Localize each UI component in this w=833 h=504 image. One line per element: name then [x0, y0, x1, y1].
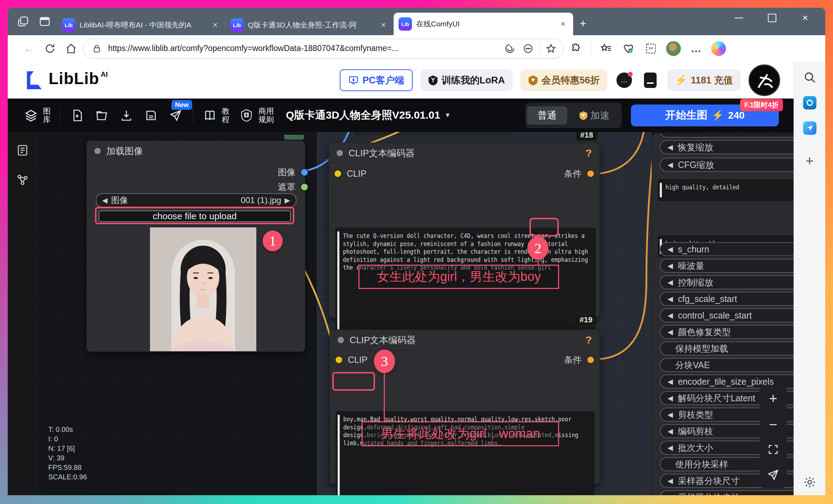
user-avatar[interactable]: [749, 64, 780, 96]
fit-view-button[interactable]: [767, 443, 779, 457]
minimize-button[interactable]: [722, 8, 756, 28]
settings-more-icon[interactable]: …: [686, 39, 706, 58]
collapse-dot-icon[interactable]: [337, 150, 343, 156]
widget-pill[interactable]: ◀噪波量: [660, 259, 794, 273]
decrement-arrow-icon[interactable]: ◀: [668, 443, 673, 452]
decrement-arrow-icon[interactable]: ◀: [668, 245, 673, 253]
pc-client-button[interactable]: PC客户端: [340, 69, 413, 91]
new-tab-button[interactable]: +: [580, 17, 587, 30]
widget-pill[interactable]: ◀恢复缩放: [660, 140, 794, 154]
collapse-dot-icon[interactable]: [94, 148, 101, 154]
decrement-arrow-icon[interactable]: ◀: [668, 262, 673, 270]
documents-button[interactable]: [641, 71, 659, 89]
comfyui-canvas[interactable]: 加载图像 图像 遮罩 ◀ 图像 001 (1: [8, 132, 794, 495]
copilot-icon[interactable]: [709, 39, 728, 58]
generate-button[interactable]: 开始生图 ⚡ 240 F.1限时4折: [631, 105, 779, 126]
widget-pill[interactable]: ◀cfg_scale_start: [660, 292, 794, 306]
recharge-button[interactable]: ⚡ 1181 充值: [667, 69, 741, 91]
decrement-arrow-icon[interactable]: ◀: [668, 278, 673, 286]
clip-input-dot[interactable]: [335, 356, 343, 364]
gallery-button[interactable]: 图库: [23, 107, 51, 124]
sidebar-search-icon[interactable]: [803, 71, 816, 84]
queue-icon[interactable]: [16, 144, 29, 157]
save-icon[interactable]: [143, 108, 159, 123]
mode-fast-tab[interactable]: 加速: [569, 106, 620, 125]
publish-icon[interactable]: New: [168, 108, 183, 123]
mask-output-dot[interactable]: [300, 183, 308, 191]
widget-pill[interactable]: ◀s_churn: [660, 242, 794, 256]
widget-pill[interactable]: ◀采样器分块步长: [660, 490, 794, 495]
widget-pill[interactable]: ◀CFG缩放: [660, 158, 794, 172]
zoom-in-button[interactable]: +: [769, 391, 777, 405]
open-folder-icon[interactable]: [94, 108, 109, 123]
liblib-logo[interactable]: LibLib AI: [25, 69, 108, 92]
help-icon[interactable]: ?: [585, 147, 592, 159]
decrement-arrow-icon[interactable]: ◀: [668, 143, 673, 151]
close-tab-icon[interactable]: ×: [211, 20, 220, 30]
settings-gear-icon[interactable]: [803, 475, 816, 489]
mode-normal-tab[interactable]: 普通: [527, 106, 567, 125]
sidebar-app-icon[interactable]: [803, 121, 816, 135]
decrement-arrow-icon[interactable]: ◀: [668, 410, 673, 419]
new-workflow-icon[interactable]: [69, 108, 85, 123]
collapse-dot-icon[interactable]: [338, 337, 344, 343]
download-icon[interactable]: [119, 108, 134, 123]
help-icon[interactable]: ?: [585, 334, 592, 346]
train-lora-button[interactable]: 训练我的LoRA: [420, 69, 513, 91]
favorites-icon[interactable]: [596, 39, 616, 58]
tutorial-button[interactable]: 教程: [202, 107, 230, 124]
decrement-arrow-icon[interactable]: ◀: [668, 394, 673, 402]
page-actions-icon[interactable]: [503, 42, 517, 56]
messages-button[interactable]: …: [615, 71, 633, 89]
decrement-arrow-icon[interactable]: ◀: [668, 377, 673, 386]
workflow-title-dropdown[interactable]: Q版卡通3D人物全身照V25.01.01 ▼: [286, 108, 451, 122]
image-select-widget[interactable]: ◀ 图像 001 (1).jpg ▶: [96, 193, 296, 207]
widget-pill[interactable]: ◀control_scale_start: [660, 308, 794, 322]
widget-pill[interactable]: ◀控制缩放: [660, 275, 794, 289]
share-button[interactable]: [767, 469, 779, 482]
next-arrow-icon[interactable]: ▶: [285, 196, 290, 204]
decrement-arrow-icon[interactable]: ◀: [668, 493, 673, 495]
conditioning-output-dot[interactable]: [587, 356, 595, 364]
node-map-icon[interactable]: [16, 174, 29, 186]
commercial-rules-button[interactable]: 商用规则: [239, 107, 274, 124]
widget-pill[interactable]: ◀颜色修复类型: [660, 325, 794, 339]
more-services-icon[interactable]: [521, 42, 535, 56]
sidebar-add-icon[interactable]: +: [806, 153, 814, 169]
browser-tab-2[interactable]: Lib Q版卡通3D人物全身照-工作流-阿 ×: [225, 15, 394, 35]
url-field[interactable]: https://www.liblib.art/comfy?opencomfy=w…: [83, 39, 563, 58]
back-icon[interactable]: ←: [20, 39, 38, 58]
image-output-dot[interactable]: [300, 168, 308, 176]
maximize-button[interactable]: [756, 8, 789, 28]
conditioning-output-dot[interactable]: [587, 170, 595, 178]
decrement-arrow-icon[interactable]: ◀: [668, 295, 673, 303]
bookmark-star-icon[interactable]: [544, 42, 558, 56]
reload-icon[interactable]: [41, 39, 59, 58]
choose-file-button[interactable]: choose file to upload: [99, 210, 291, 222]
decrement-arrow-icon[interactable]: ◀: [668, 311, 673, 320]
clip-input-dot[interactable]: [334, 170, 342, 178]
browser-tab-active[interactable]: Lib 在线ComfyUI ×: [394, 13, 573, 35]
tab-actions-icon[interactable]: [39, 15, 51, 27]
browser-essentials-icon[interactable]: [619, 39, 638, 58]
extensions-icon[interactable]: [566, 39, 586, 58]
close-window-button[interactable]: ×: [789, 8, 822, 28]
decrement-arrow-icon[interactable]: ◀: [668, 160, 673, 169]
vip-promo-button[interactable]: 会员特惠56折: [520, 69, 607, 91]
decrement-arrow-icon[interactable]: ◀: [668, 427, 673, 435]
close-tab-icon[interactable]: ×: [558, 19, 568, 29]
positive-quality-textarea[interactable]: high quality, detailed: [658, 179, 794, 201]
profile-avatar[interactable]: [664, 39, 683, 58]
close-tab-icon[interactable]: ×: [379, 20, 388, 30]
decrement-arrow-icon[interactable]: ◀: [668, 328, 673, 336]
url-text[interactable]: https://www.liblib.art/comfy?opencomfy=w…: [108, 44, 499, 53]
outlook-icon[interactable]: [803, 96, 816, 109]
widget-pill[interactable]: 分块VAE: [660, 358, 794, 372]
zoom-out-button[interactable]: −: [769, 417, 777, 431]
home-icon[interactable]: [62, 39, 80, 58]
clipped-widget-pill[interactable]: [660, 133, 794, 138]
browser-tab-1[interactable]: Lib LiblibAI-哩布哩布AI - 中国领先的A ×: [57, 15, 225, 35]
screenshot-icon[interactable]: ✂: [641, 39, 661, 58]
widget-pill[interactable]: 保持模型加载: [660, 341, 794, 355]
workspaces-icon[interactable]: [18, 15, 30, 27]
